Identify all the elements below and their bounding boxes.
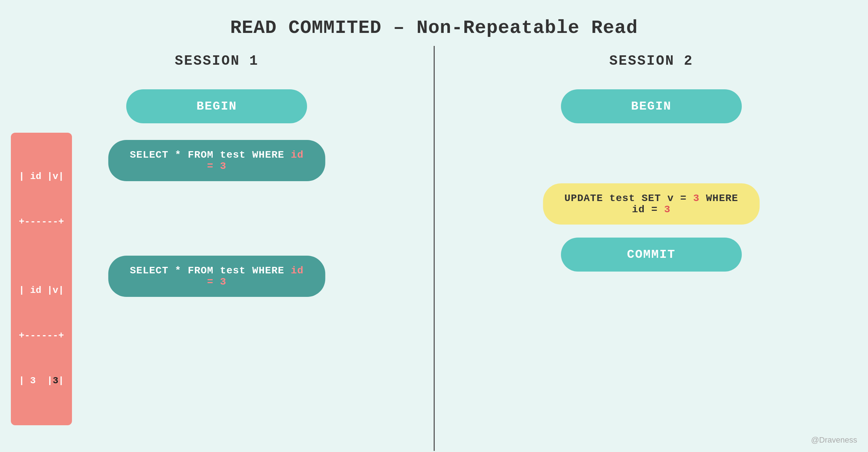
result2-bold-val: 3 [53, 375, 59, 386]
update-highlight1: 3 [693, 193, 699, 204]
select2-prefix: SELECT * FROM test WHERE [130, 265, 291, 276]
session2-begin-button: BEGIN [561, 89, 742, 123]
watermark: @Draveness [811, 435, 858, 445]
result1-line2: +------+ [19, 214, 64, 230]
session2-panel: SESSION 2 BEGIN UPDATE test SET v = 3 WH… [435, 46, 868, 451]
session1-title: SESSION 1 [175, 53, 259, 69]
update-highlight2: 3 [664, 204, 671, 215]
result1-line1: | id |v| [19, 169, 64, 184]
session1-panel: SESSION 1 | id |v| +------+ | 3 |2| | id… [0, 46, 434, 451]
result2-line3: | 3 |3| [19, 374, 64, 389]
session1-begin-button: BEGIN [126, 89, 307, 123]
page-title: READ COMMITED – Non-Repeatable Read [0, 0, 868, 39]
session1-select2-button: SELECT * FROM test WHERE id = 3 [109, 256, 325, 297]
session2-title: SESSION 2 [609, 53, 693, 69]
select1-prefix: SELECT * FROM test WHERE [130, 149, 291, 161]
session1-select1-button: SELECT * FROM test WHERE id = 3 [109, 140, 325, 181]
update-prefix: UPDATE test SET v = [564, 193, 693, 204]
session1-result2: | id |v| +------+ | 3 |3| [11, 247, 72, 425]
session2-commit-button: COMMIT [561, 238, 742, 272]
result2-line2: +------+ [19, 328, 64, 344]
session2-update-button: UPDATE test SET v = 3 WHERE id = 3 [543, 183, 760, 225]
result2-line1: | id |v| [19, 283, 64, 298]
